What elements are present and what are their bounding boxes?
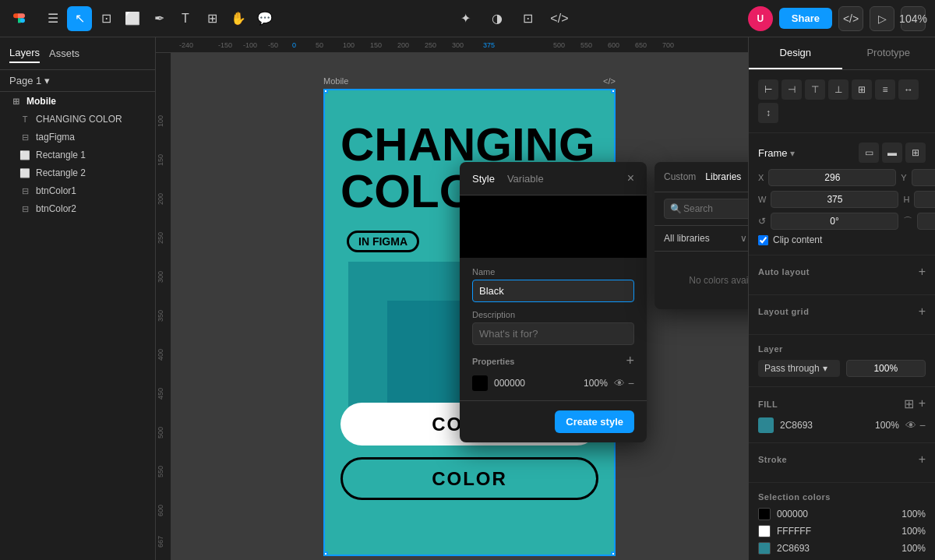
layer-rect2[interactable]: ⬜ Rectangle 2 — [3, 164, 152, 181]
y-input[interactable] — [912, 169, 935, 186]
corner-handle-tr[interactable] — [611, 89, 616, 93]
color-visibility-button[interactable]: 👁 — [614, 377, 625, 389]
align-right[interactable]: ⊤ — [805, 79, 825, 100]
name-input[interactable] — [472, 280, 634, 302]
select-tool[interactable]: ↖ — [67, 6, 92, 31]
w-input[interactable] — [771, 191, 898, 208]
fill-label: FILL — [758, 400, 778, 409]
layout-grid-add[interactable]: + — [919, 305, 926, 319]
avatar[interactable]: U — [748, 6, 773, 31]
corner-handle-bl[interactable] — [323, 551, 328, 556]
layer-btncolor1[interactable]: ⊟ btnColor1 — [3, 182, 152, 199]
distribute-h[interactable]: ↔ — [898, 79, 919, 100]
align-middle-v[interactable]: ⊞ — [852, 79, 872, 100]
fill-add-icon[interactable]: + — [919, 396, 926, 411]
fill-visibility-button[interactable]: 👁 — [905, 419, 916, 431]
layer-blend-row: Pass through ▾ — [758, 360, 926, 377]
align-bottom[interactable]: ≡ — [875, 79, 895, 100]
sel-swatch-0[interactable] — [758, 508, 771, 520]
page-selector[interactable]: Page 1 ▾ — [0, 70, 155, 92]
frame-code-label[interactable]: </> — [603, 76, 616, 86]
stroke-add[interactable]: + — [919, 453, 926, 467]
h-input[interactable] — [914, 191, 935, 208]
distribute-v[interactable]: ↕ — [758, 103, 778, 123]
align-left[interactable]: ⊢ — [758, 79, 778, 100]
layer-changing-color[interactable]: T CHANGING COLOR — [3, 111, 152, 128]
color-swatch[interactable] — [472, 375, 488, 391]
lib-empty: No colors available — [654, 252, 748, 309]
create-style-button[interactable]: Create style — [555, 410, 634, 433]
hand-tool[interactable]: ✋ — [226, 6, 251, 31]
tab-prototype[interactable]: Prototype — [842, 37, 936, 69]
filter-chevron[interactable]: ∨ — [740, 233, 747, 244]
contrast-icon[interactable]: ◑ — [485, 6, 510, 31]
filter-label[interactable]: All libraries — [664, 233, 710, 244]
component-tool[interactable]: ⊞ — [199, 6, 224, 31]
frame-tool[interactable]: ⊡ — [94, 6, 118, 31]
corner-handle-tl[interactable] — [323, 89, 328, 93]
lib-tabs: Custom Libraries — [664, 171, 741, 182]
share-button[interactable]: Share — [779, 8, 832, 29]
frame-type-row: Frame ▾ ▭ ▬ ⊞ — [758, 143, 926, 163]
frame-label: Mobile </> — [323, 76, 616, 86]
stroke-header: Stroke + — [758, 453, 926, 467]
style-dialog: Style Variable × Name Description — [460, 162, 647, 442]
tab-design[interactable]: Design — [749, 37, 842, 69]
dialog-close-button[interactable]: × — [627, 171, 634, 185]
opacity-input[interactable] — [846, 360, 926, 377]
canvas-content: Mobile </> CHANGING COLOR IN FIGMA — [171, 53, 748, 560]
corner-input[interactable] — [917, 213, 935, 230]
btn-color2[interactable]: COLOR — [340, 457, 598, 500]
color-remove-button[interactable]: − — [628, 377, 634, 389]
frame-name-label[interactable]: Mobile — [323, 76, 348, 86]
figma-logo[interactable] — [9, 8, 31, 30]
code-view-button[interactable]: </> — [838, 6, 863, 31]
sel-swatch-2[interactable] — [758, 542, 771, 555]
tab-custom[interactable]: Custom — [664, 171, 696, 182]
sel-swatch-1[interactable] — [758, 525, 771, 537]
layer-header: Layer — [758, 344, 926, 354]
tab-assets[interactable]: Assets — [49, 44, 79, 62]
x-label: X — [758, 173, 764, 182]
page-label: Page 1 — [9, 75, 41, 86]
description-input[interactable] — [472, 322, 634, 345]
crop-icon[interactable]: ⊡ — [516, 6, 541, 31]
tab-variable[interactable]: Variable — [507, 173, 544, 185]
fill-color-swatch[interactable] — [758, 417, 774, 433]
comment-tool[interactable]: 💬 — [252, 6, 277, 31]
stroke-label: Stroke — [758, 455, 787, 464]
align-center-h[interactable]: ⊣ — [782, 79, 802, 100]
align-top[interactable]: ⊥ — [828, 79, 849, 100]
layer-tagfigma[interactable]: ⊟ tagFigma — [3, 129, 152, 146]
auto-layout-add[interactable]: + — [919, 265, 926, 279]
frame-portrait[interactable]: ▭ — [859, 143, 879, 163]
frame-expand[interactable]: ⊞ — [905, 143, 926, 163]
rotation-input[interactable] — [771, 213, 898, 230]
zoom-button[interactable]: 104% — [901, 6, 926, 31]
component-icon[interactable]: ✦ — [453, 6, 478, 31]
menu-tool[interactable]: ☰ — [41, 6, 65, 31]
sel-colors-label: Selection colors — [758, 492, 831, 502]
left-panel: Layers Assets Page 1 ▾ ⊞ Mobile T CHANGI… — [0, 37, 156, 560]
fill-multi-icon[interactable]: ⊞ — [904, 396, 914, 411]
x-input[interactable] — [768, 169, 896, 186]
properties-add-button[interactable]: + — [626, 353, 634, 369]
sel-pct-2: 100% — [901, 543, 926, 554]
clip-checkbox[interactable] — [758, 235, 768, 245]
corner-handle-br[interactable] — [611, 551, 616, 556]
layer-mobile[interactable]: ⊞ Mobile — [3, 93, 152, 110]
tab-style[interactable]: Style — [472, 173, 495, 185]
fill-remove-button[interactable]: − — [919, 419, 926, 431]
blend-mode-selector[interactable]: Pass through ▾ — [758, 360, 840, 377]
text-tool[interactable]: T — [173, 6, 198, 31]
tab-layers[interactable]: Layers — [9, 44, 40, 63]
frame-landscape[interactable]: ▬ — [882, 143, 902, 163]
tab-libraries[interactable]: Libraries — [705, 171, 741, 182]
pen-tool[interactable]: ✒ — [146, 6, 171, 31]
shape-tool[interactable]: ⬜ — [120, 6, 145, 31]
canvas-area[interactable]: -240 -150 -100 -50 0 50 100 150 200 250 … — [156, 37, 748, 560]
layer-btncolor2[interactable]: ⊟ btnColor2 — [3, 200, 152, 217]
code-icon[interactable]: </> — [547, 6, 572, 31]
layer-rect1[interactable]: ⬜ Rectangle 1 — [3, 146, 152, 164]
present-button[interactable]: ▷ — [870, 6, 894, 31]
